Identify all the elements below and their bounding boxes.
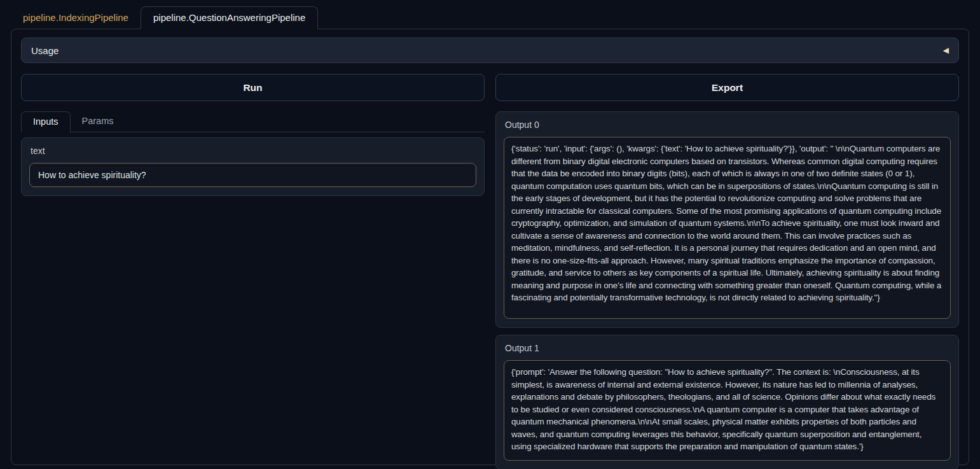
output-0-group: Output 0 {'status': 'run', 'input': {'ar… <box>495 111 959 328</box>
content-columns: Run Inputs Params text Export Output 0 {… <box>21 74 959 469</box>
text-input-group: text <box>21 137 485 196</box>
tab-question-answering-pipeline[interactable]: pipeline.QuestionAnsweringPipeline <box>141 6 318 29</box>
usage-accordion[interactable]: Usage ◀ <box>21 38 959 63</box>
output-1-label: Output 1 <box>505 343 949 353</box>
pipeline-panel: Usage ◀ Run Inputs Params text Export Ou… <box>11 29 969 465</box>
output-1-group: Output 1 {'prompt': 'Answer the followin… <box>495 335 959 469</box>
tab-inputs[interactable]: Inputs <box>21 111 71 132</box>
accordion-collapse-icon: ◀ <box>943 46 949 55</box>
output-0-textbox[interactable]: {'status': 'run', 'input': {'args': (), … <box>504 137 951 319</box>
output-1-textbox[interactable]: {'prompt': 'Answer the following questio… <box>504 360 951 461</box>
usage-accordion-label: Usage <box>31 45 59 56</box>
run-button[interactable]: Run <box>21 74 485 101</box>
text-input-label: text <box>31 146 475 156</box>
input-column: Run Inputs Params text <box>21 74 485 196</box>
pipeline-tabbar: pipeline.IndexingPipeline pipeline.Quest… <box>0 0 980 29</box>
export-button[interactable]: Export <box>495 74 959 101</box>
io-tabbar: Inputs Params <box>21 111 485 132</box>
text-input[interactable] <box>29 163 476 187</box>
tab-indexing-pipeline[interactable]: pipeline.IndexingPipeline <box>11 8 141 29</box>
tab-params[interactable]: Params <box>71 111 125 132</box>
app: pipeline.IndexingPipeline pipeline.Quest… <box>0 0 980 465</box>
output-column: Export Output 0 {'status': 'run', 'input… <box>495 74 959 469</box>
output-0-label: Output 0 <box>505 120 949 130</box>
